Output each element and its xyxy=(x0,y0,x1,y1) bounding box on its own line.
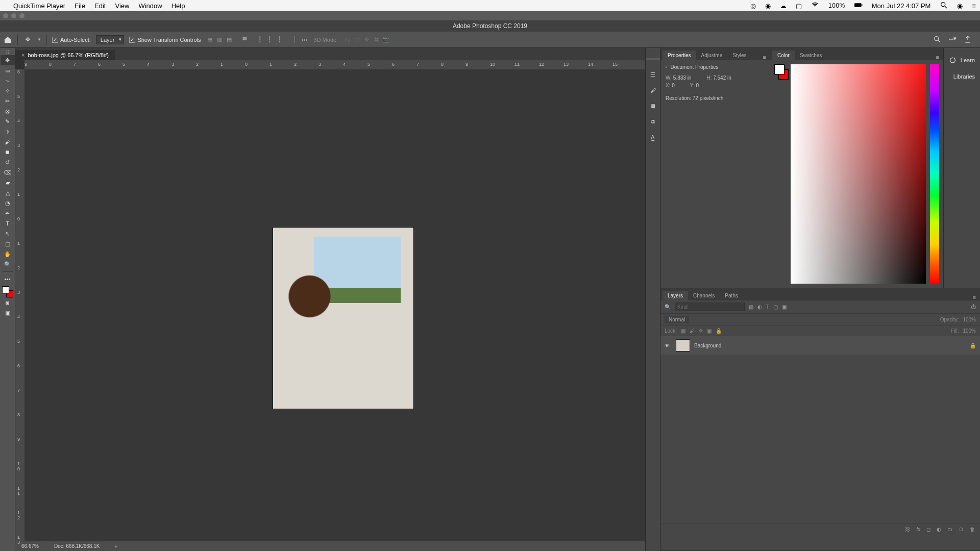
align-top-icon[interactable]: ▀ xyxy=(240,36,249,44)
search-icon[interactable]: 🔍 xyxy=(665,304,671,310)
layer-filter-input[interactable] xyxy=(675,303,745,311)
brush-tool[interactable]: 🖌 xyxy=(1,137,15,147)
3d-slide-icon[interactable]: ⇆ xyxy=(372,36,380,44)
opacity-value[interactable]: 100% xyxy=(963,317,976,322)
zoom-level[interactable]: 66.67% xyxy=(21,543,39,549)
layer-fx-icon[interactable]: fx xyxy=(916,527,920,532)
3d-roll-icon[interactable]: ⭯ xyxy=(353,36,361,44)
layer-thumbnail[interactable] xyxy=(676,339,690,352)
delete-layer-icon[interactable]: 🗑 xyxy=(970,527,975,532)
zoom-tool[interactable]: 🔍 xyxy=(1,259,15,269)
canvas[interactable]: 65432101234567891 01 11 21 3 xyxy=(15,69,645,541)
rect-marquee-tool[interactable]: ▭ xyxy=(1,65,15,76)
lock-position-icon[interactable]: ✥ xyxy=(699,328,703,334)
panel-menu-icon[interactable]: ≡ xyxy=(936,54,939,60)
toolbox-handle[interactable]: ⠿ xyxy=(1,50,15,55)
color-field[interactable] xyxy=(791,64,926,284)
tab-styles[interactable]: Styles xyxy=(727,51,751,60)
layer-lock-icon[interactable]: 🔒 xyxy=(970,343,976,348)
menu-window[interactable]: Window xyxy=(138,2,162,10)
foreground-background-colors[interactable] xyxy=(2,286,13,297)
notification-center-icon[interactable]: ≡ xyxy=(972,2,976,10)
magic-wand-tool[interactable]: ✧ xyxy=(1,86,15,96)
link-layers-icon[interactable]: ⛓ xyxy=(905,527,910,532)
move-tool[interactable]: ✥ xyxy=(1,55,15,65)
distribute-h-icon[interactable]: ┇ xyxy=(256,36,264,44)
close-tab-icon[interactable]: × xyxy=(21,52,24,58)
3d-orbit-icon[interactable]: ⭮ xyxy=(343,36,351,44)
new-layer-icon[interactable]: 🗋 xyxy=(959,527,964,532)
fill-value[interactable]: 100% xyxy=(963,328,976,334)
screen-mode-toggle[interactable]: ▣ xyxy=(1,308,15,318)
align-center-h-icon[interactable]: ▥ xyxy=(215,36,224,44)
blur-tool[interactable]: △ xyxy=(1,188,15,198)
prop-x[interactable]: 0 xyxy=(672,83,675,88)
siri-icon[interactable]: ◉ xyxy=(957,2,963,10)
doc-size[interactable]: Doc: 668.1K/668.1K xyxy=(54,543,100,549)
color-foreground-swatch[interactable] xyxy=(774,64,785,74)
status-chevron-icon[interactable]: ▸ xyxy=(115,543,117,549)
tab-adjustments[interactable]: Adjustme xyxy=(696,51,728,60)
ruler-horizontal[interactable]: 9876543210123456789101112131415 xyxy=(24,60,645,69)
libraries-button[interactable]: Libraries xyxy=(944,68,980,85)
display-icon[interactable]: ▢ xyxy=(796,2,802,10)
healing-brush-tool[interactable]: ⚕ xyxy=(1,127,15,137)
history-brush-tool[interactable]: ↺ xyxy=(1,157,15,167)
adjustment-layer-icon[interactable]: ◐ xyxy=(937,527,941,532)
filter-smart-icon[interactable]: ▣ xyxy=(782,304,787,310)
auto-select-checkbox[interactable]: Auto-Select: xyxy=(52,37,91,43)
layer-row[interactable]: 👁 Background 🔒 xyxy=(660,336,980,355)
brush-panel-icon[interactable]: 🖌 xyxy=(650,87,656,93)
filter-adjust-icon[interactable]: ◐ xyxy=(757,304,762,310)
status-icon[interactable]: ◎ xyxy=(750,2,756,10)
minimize-window-button[interactable] xyxy=(11,13,16,18)
panel-menu-icon[interactable]: ≡ xyxy=(763,54,766,60)
lock-all-icon[interactable]: 🔒 xyxy=(716,328,722,334)
hand-tool[interactable]: ✋ xyxy=(1,249,15,259)
show-transform-checkbox[interactable]: Show Transform Controls xyxy=(129,37,201,43)
panel-menu-icon[interactable]: ≡ xyxy=(973,294,976,300)
filter-type-icon[interactable]: T xyxy=(766,304,769,310)
prop-y[interactable]: 0 xyxy=(696,83,699,88)
lock-transparency-icon[interactable]: ▦ xyxy=(681,328,685,334)
battery-icon[interactable] xyxy=(854,1,863,11)
more-options-icon[interactable]: ••• xyxy=(300,36,308,44)
frame-tool[interactable]: ⊠ xyxy=(1,106,15,116)
layer-mask-icon[interactable]: ◻ xyxy=(926,527,930,532)
tab-layers[interactable]: Layers xyxy=(663,291,688,300)
character-panel-icon[interactable]: A̲ xyxy=(651,134,655,141)
app-name[interactable]: QuickTime Player xyxy=(13,2,65,10)
3d-camera-icon[interactable]: 📷 xyxy=(382,36,390,44)
fullscreen-window-button[interactable] xyxy=(19,13,24,18)
layer-visibility-icon[interactable]: 👁 xyxy=(665,343,672,348)
move-tool-icon[interactable]: ✥ xyxy=(23,35,32,44)
shape-tool[interactable]: ▢ xyxy=(1,239,15,249)
document-image[interactable] xyxy=(273,228,413,409)
lasso-tool[interactable]: ⏦ xyxy=(1,76,15,86)
wifi-icon[interactable] xyxy=(811,1,819,11)
learn-button[interactable]: Learn xyxy=(944,52,980,68)
filter-pixel-icon[interactable]: ▧ xyxy=(749,304,753,310)
lock-pixels-icon[interactable]: 🖌 xyxy=(690,328,695,334)
lock-artboard-icon[interactable]: ▣ xyxy=(707,328,712,334)
tab-channels[interactable]: Channels xyxy=(688,291,720,300)
new-group-icon[interactable]: 🗀 xyxy=(947,527,952,532)
crop-tool[interactable]: ✂ xyxy=(1,96,15,106)
prop-width[interactable]: 5.833 in xyxy=(673,75,692,81)
filter-shape-icon[interactable]: ▢ xyxy=(773,304,778,310)
tab-swatches[interactable]: Swatches xyxy=(795,51,827,60)
cloud-icon[interactable]: ☁︎ xyxy=(780,2,787,10)
distribute-v-icon[interactable]: ┇ xyxy=(265,36,274,44)
dodge-tool[interactable]: ◔ xyxy=(1,198,15,208)
3d-pan-icon[interactable]: ✥ xyxy=(362,36,371,44)
path-select-tool[interactable]: ↖ xyxy=(1,229,15,239)
share-icon[interactable] xyxy=(964,35,972,44)
blend-mode-select[interactable]: Normal xyxy=(665,316,689,323)
foreground-color-swatch[interactable] xyxy=(2,286,9,293)
menu-file[interactable]: File xyxy=(75,2,85,10)
status-icon[interactable]: ◉ xyxy=(765,2,771,10)
clone-stamp-tool[interactable]: ⏺ xyxy=(1,147,15,157)
distribute-icon[interactable]: ┇ xyxy=(275,36,283,44)
pen-tool[interactable]: ✒ xyxy=(1,208,15,218)
ruler-vertical[interactable]: 65432101234567891 01 11 21 3 xyxy=(15,69,24,541)
